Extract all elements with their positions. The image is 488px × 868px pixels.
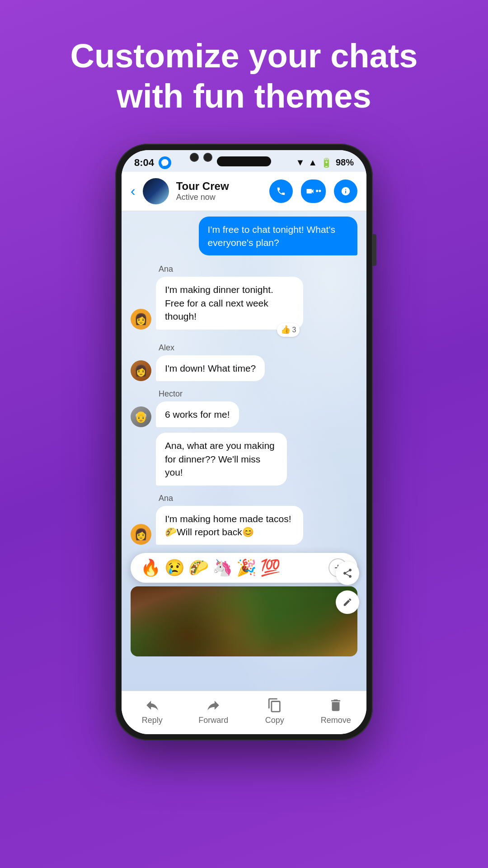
remove-action[interactable]: Remove (318, 698, 354, 725)
status-time: 8:04 (134, 157, 154, 169)
edit-button[interactable] (336, 590, 359, 614)
battery-pct: 98% (336, 157, 354, 168)
messenger-icon (159, 156, 171, 169)
emoji-100[interactable]: 💯 (260, 558, 281, 577)
hector-bubble-2: Ana, what are you making for dinner?? We… (156, 433, 287, 485)
copy-action[interactable]: Copy (257, 698, 293, 725)
reply-label: Reply (142, 716, 163, 725)
group-name: Tour Crew (176, 180, 263, 193)
msg-row-ana: 👩 I'm making dinner tonight. Free for a … (131, 277, 357, 329)
sender-label-alex: Alex (159, 343, 357, 353)
ana-bubble-2: I'm making home made tacos! 🌮Will report… (156, 506, 303, 545)
bottom-action-bar: Reply Forward Copy (122, 691, 366, 734)
sender-label-hector: Hector (159, 389, 357, 399)
alex-bubble: I'm down! What time? (156, 355, 265, 381)
emoji-party[interactable]: 🎉 (236, 558, 257, 577)
sender-label-ana: Ana (159, 264, 357, 274)
remove-label: Remove (321, 716, 351, 725)
copy-label: Copy (265, 716, 284, 725)
signal-icon: ▲ (308, 157, 317, 168)
call-button[interactable] (269, 179, 293, 203)
chat-header: ‹ Tour Crew Active now (122, 172, 366, 211)
food-image (131, 586, 357, 656)
emoji-sad[interactable]: 😢 (164, 558, 185, 577)
status-right: ▼ ▲ 🔋 98% (296, 157, 354, 168)
reply-action[interactable]: Reply (134, 698, 170, 725)
ana-bubble: I'm making dinner tonight. Free for a ca… (156, 277, 303, 329)
emoji-reaction-bar: 🔥 😢 🌮 🦄 🎉 💯 + (131, 553, 357, 583)
emoji-fire[interactable]: 🔥 (141, 558, 161, 577)
back-button[interactable]: ‹ (131, 183, 136, 199)
camera-right (203, 153, 212, 162)
hector-avatar: 👴 (131, 406, 151, 427)
sender-label-ana2: Ana (159, 494, 357, 503)
forward-label: Forward (198, 716, 228, 725)
hero-line2: with fun themes (117, 77, 371, 115)
info-button[interactable] (334, 179, 357, 203)
group-avatar[interactable] (143, 178, 169, 204)
forward-action[interactable]: Forward (195, 698, 231, 725)
emoji-taco[interactable]: 🌮 (188, 558, 209, 577)
share-button[interactable] (336, 561, 359, 585)
chat-area: I'm free to chat tonight! What's everyon… (122, 211, 366, 691)
hector-bubble-1: 6 works for me! (156, 401, 239, 427)
side-actions (336, 561, 359, 614)
ana-avatar-2: 👩 (131, 524, 151, 545)
outgoing-msg-1: I'm free to chat tonight! What's everyon… (199, 217, 357, 256)
phone-speaker (217, 156, 271, 166)
msg-row-hector-1: 👴 6 works for me! (131, 401, 357, 427)
header-actions: •• (269, 179, 357, 203)
hero-line1: Customize your chats (70, 37, 418, 75)
phone-screen: 8:04 ▼ ▲ 🔋 98% ‹ (122, 150, 366, 734)
msg-row-ana2: 👩 I'm making home made tacos! 🌮Will repo… (131, 506, 357, 545)
phone-wrapper: 8:04 ▼ ▲ 🔋 98% ‹ (115, 144, 373, 741)
emoji-unicorn[interactable]: 🦄 (212, 558, 233, 577)
camera-left (190, 153, 199, 162)
header-info: Tour Crew Active now (176, 180, 263, 202)
video-button[interactable]: •• (301, 179, 326, 203)
wifi-icon: ▼ (296, 157, 305, 168)
phone-cameras (190, 153, 212, 162)
phone-volume (373, 234, 376, 266)
chat-messages: I'm free to chat tonight! What's everyon… (122, 211, 366, 553)
msg-row-hector-2: Ana, what are you making for dinner?? We… (156, 433, 357, 485)
msg-row-alex: 👩 I'm down! What time? (131, 355, 357, 381)
phone-outer: 8:04 ▼ ▲ 🔋 98% ‹ (115, 144, 373, 741)
group-status: Active now (176, 193, 263, 202)
reaction-badge: 👍 3 (277, 323, 300, 336)
hero-text: Customize your chats with fun themes (43, 36, 445, 117)
ana-avatar: 👩 (131, 309, 151, 330)
battery-icon: 🔋 (321, 157, 332, 168)
alex-avatar: 👩 (131, 360, 151, 381)
